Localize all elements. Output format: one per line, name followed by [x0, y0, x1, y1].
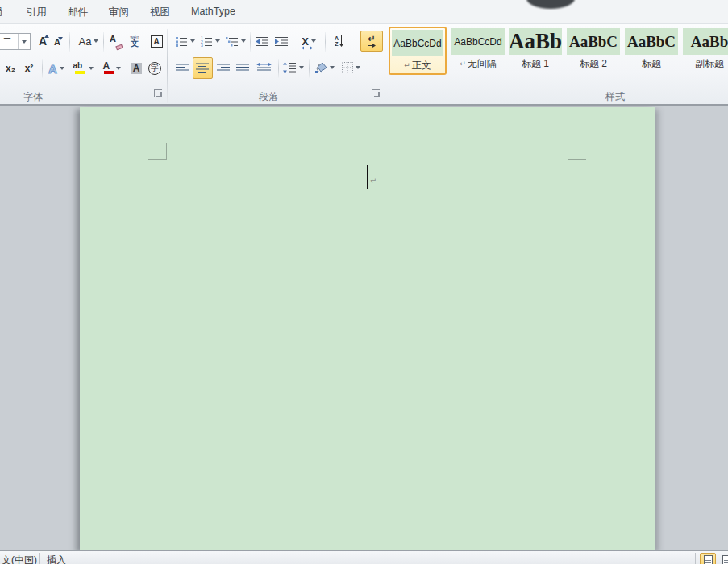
asian-layout-caret-icon: [311, 39, 316, 43]
numbering-caret-icon: [215, 39, 220, 43]
style-name: 正文: [412, 59, 431, 73]
tab-view[interactable]: 视图: [150, 6, 170, 19]
subscript-button[interactable]: x₂: [2, 60, 19, 77]
line-spacing-icon: [283, 62, 297, 73]
justify-button[interactable]: [234, 59, 252, 78]
line-spacing-button[interactable]: [281, 58, 306, 77]
highlight-color-bar: [75, 71, 85, 74]
shading-bucket-icon: [314, 62, 327, 73]
distribute-button[interactable]: [253, 59, 274, 78]
highlight-color-button[interactable]: ab: [70, 59, 96, 78]
insert-mode-indicator[interactable]: 插入: [47, 554, 66, 564]
style-tile-heading1[interactable]: AaBb 标题 1: [509, 28, 562, 73]
clear-formatting-button[interactable]: A: [106, 32, 123, 50]
show-hide-marks-button[interactable]: ↵: [360, 31, 383, 52]
shrink-font-button[interactable]: A: [51, 34, 64, 50]
borders-button[interactable]: [339, 58, 363, 77]
highlight-caret-icon: [89, 67, 94, 70]
numbering-icon: 123: [200, 36, 213, 47]
margin-crop-mark-topleft: [148, 143, 167, 160]
show-hide-marks-icon: ↵: [368, 35, 375, 48]
text-effects-button[interactable]: A: [46, 59, 67, 78]
bullets-button[interactable]: [173, 32, 196, 50]
paragraph-mark: ↵: [370, 176, 376, 185]
paragraph-group-label: 段落: [234, 90, 303, 104]
align-right-button[interactable]: [214, 59, 232, 78]
bullets-caret-icon: [190, 39, 195, 43]
align-center-icon: [196, 63, 210, 73]
phonetic-guide-button[interactable]: wén 文: [125, 31, 144, 51]
svg-text:3: 3: [201, 43, 203, 47]
change-case-button[interactable]: Aa: [76, 32, 102, 50]
tab-references[interactable]: 引用: [27, 6, 47, 19]
document-canvas[interactable]: ↵: [0, 106, 728, 550]
tab-page-layout-partial[interactable]: 局: [0, 6, 3, 19]
style-tile-no-spacing[interactable]: AaBbCcDd ↵无间隔: [451, 28, 505, 73]
margin-crop-mark-topright: [568, 139, 586, 160]
style-tile-heading2[interactable]: AaBbC 标题 2: [567, 28, 620, 73]
multilevel-list-icon: [226, 36, 239, 47]
styles-group-label: 样式: [580, 90, 650, 104]
style-preview: AaBbCcDd: [451, 28, 505, 55]
text-effects-caret-icon: [60, 67, 64, 70]
sort-button[interactable]: A Z: [328, 31, 351, 51]
language-indicator[interactable]: 文(中国): [2, 554, 37, 564]
character-shading-button[interactable]: A: [128, 60, 144, 77]
character-shading-icon: A: [131, 63, 143, 74]
character-border-button[interactable]: A: [148, 33, 164, 49]
window-ornament: [526, 0, 575, 9]
increase-indent-button[interactable]: [272, 32, 290, 50]
character-border-icon: A: [151, 35, 163, 48]
font-size-value: 二: [0, 35, 18, 48]
enclose-characters-button[interactable]: 字: [147, 60, 163, 77]
font-size-dropdown-icon[interactable]: [18, 34, 30, 49]
style-name: 标题: [642, 57, 661, 71]
align-left-button[interactable]: [173, 59, 191, 78]
align-left-icon: [176, 64, 189, 74]
asian-layout-icon: X: [302, 35, 309, 48]
align-center-button[interactable]: [193, 57, 213, 79]
paragraph-dialog-launcher[interactable]: [372, 89, 380, 97]
style-name: 副标题: [695, 57, 724, 71]
ribbon: 二 A A Aa A wén 文 A x₂ x² A: [0, 24, 728, 106]
font-group-label: 字体: [0, 90, 66, 104]
numbering-button[interactable]: 123: [198, 32, 221, 50]
print-layout-view-button[interactable]: [700, 553, 716, 564]
style-name: 标题 2: [580, 57, 607, 71]
superscript-button[interactable]: x²: [21, 60, 37, 77]
line-spacing-caret-icon: [299, 66, 304, 69]
text-cursor: [367, 165, 368, 189]
decrease-indent-button[interactable]: [253, 32, 271, 50]
increase-indent-icon: [275, 36, 289, 47]
style-tile-subtitle[interactable]: AaBb 副标题: [683, 28, 728, 73]
enclose-characters-icon: 字: [148, 62, 161, 75]
grow-font-button[interactable]: A: [35, 32, 50, 50]
font-dialog-launcher[interactable]: [154, 89, 162, 97]
style-preview: AaBbCcDd: [392, 30, 443, 56]
style-preview: AaBbC: [567, 28, 620, 55]
font-size-combo[interactable]: 二: [0, 33, 31, 50]
multilevel-list-button[interactable]: [223, 32, 248, 50]
grow-arrow-icon: [44, 35, 49, 38]
asian-layout-button[interactable]: X: [296, 31, 322, 51]
font-color-bar: [104, 71, 114, 74]
highlight-icon: ab: [73, 61, 86, 76]
tab-mailings[interactable]: 邮件: [68, 6, 88, 19]
shading-button[interactable]: [312, 58, 336, 77]
tab-review[interactable]: 审阅: [109, 6, 129, 19]
shading-caret-icon: [330, 66, 335, 69]
document-page[interactable]: ↵: [80, 107, 655, 550]
align-right-icon: [217, 64, 231, 74]
tab-mathtype[interactable]: MathType: [191, 6, 235, 17]
ribbon-tab-row: 局 引用 邮件 审阅 视图 MathType: [0, 0, 728, 24]
status-bar: 文(中国) 插入: [0, 550, 728, 564]
style-name: 标题 1: [522, 57, 549, 71]
fullscreen-reading-view-button[interactable]: [718, 553, 728, 564]
font-color-button[interactable]: A: [99, 59, 123, 78]
style-tile-title[interactable]: AaBbC 标题: [625, 28, 678, 73]
fullscreen-reading-icon: [722, 555, 728, 564]
decrease-indent-icon: [256, 36, 269, 47]
style-preview: AaBb: [509, 28, 562, 55]
multilevel-caret-icon: [241, 39, 246, 43]
style-tile-normal[interactable]: AaBbCcDd ↵正文: [389, 27, 447, 75]
